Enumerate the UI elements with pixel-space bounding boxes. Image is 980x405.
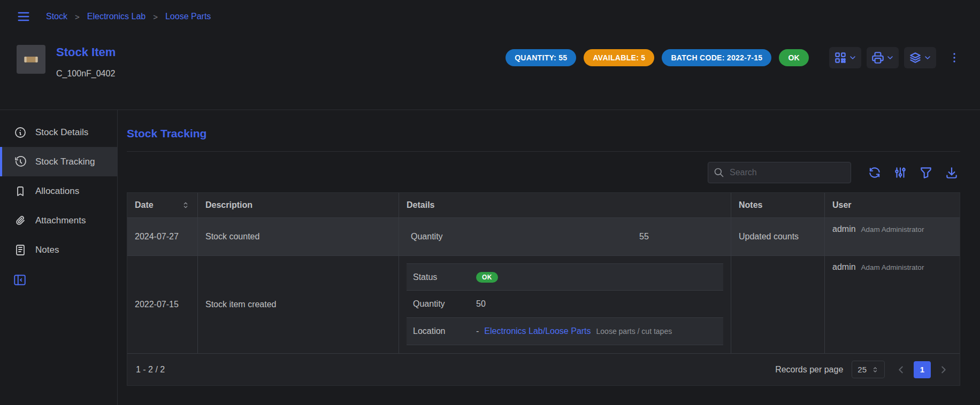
filter-button[interactable] xyxy=(917,164,935,181)
chevron-left-icon xyxy=(895,364,907,376)
breadcrumb-separator: > xyxy=(153,12,158,21)
sidebar-item-allocations[interactable]: Allocations xyxy=(0,176,117,206)
record-range-label: 1 - 2 / 2 xyxy=(136,365,165,375)
qrcode-icon xyxy=(833,51,847,65)
column-header-description[interactable]: Description xyxy=(197,193,399,217)
more-options-button[interactable] xyxy=(945,48,964,67)
breadcrumb-link-stock[interactable]: Stock xyxy=(46,12,67,21)
bookmark-icon xyxy=(14,185,27,198)
search-box xyxy=(708,162,851,183)
location-value: - Electronics Lab/Loose Parts Loose part… xyxy=(476,326,717,336)
user-cell: admin Adam Administrator xyxy=(824,256,960,353)
page-size-select[interactable]: 25 xyxy=(852,361,885,378)
stock-packages-icon xyxy=(908,51,922,65)
column-header-date[interactable]: Date xyxy=(127,193,197,217)
detail-key: Quantity xyxy=(413,299,476,309)
table-options-button[interactable] xyxy=(892,164,909,181)
chevron-down-icon xyxy=(848,53,857,62)
content: Stock Details Stock Tracking Allocations… xyxy=(0,110,980,405)
page-size-value: 25 xyxy=(858,365,867,374)
detail-row-quantity: Quantity 50 xyxy=(407,291,723,318)
sort-icon xyxy=(181,201,190,209)
column-header-label: Details xyxy=(407,200,434,210)
table-footer: 1 - 2 / 2 Records per page 25 xyxy=(127,353,960,385)
details-cell: Quantity 55 xyxy=(399,218,731,255)
breadcrumb-link-electronics-lab[interactable]: Electronics Lab xyxy=(87,12,146,21)
selector-icon xyxy=(871,366,879,373)
header-actions xyxy=(829,47,964,68)
refresh-button[interactable] xyxy=(866,164,883,181)
chevron-down-icon xyxy=(886,53,894,62)
stock-actions-button[interactable] xyxy=(904,47,936,68)
download-button[interactable] xyxy=(943,164,960,181)
column-header-label: Notes xyxy=(739,200,762,210)
column-header-label: Date xyxy=(135,200,154,210)
previous-page-button[interactable] xyxy=(893,362,908,377)
sidebar-item-label: Stock Tracking xyxy=(35,157,95,167)
status-ok-badge: OK xyxy=(779,49,809,66)
search-icon xyxy=(714,167,724,178)
table-row[interactable]: 2024-07-27 Stock counted Quantity 55 Upd… xyxy=(127,217,960,255)
header-left: Stock Item C_100nF_0402 xyxy=(17,45,116,79)
pagination: 1 xyxy=(893,361,951,378)
notes-cell: Updated counts xyxy=(731,218,824,255)
filter-icon xyxy=(919,166,933,180)
breadcrumb-link-loose-parts[interactable]: Loose Parts xyxy=(165,12,211,21)
sidebar-collapse-button[interactable] xyxy=(13,273,27,287)
sidebar-item-stock-tracking[interactable]: Stock Tracking xyxy=(0,147,117,176)
column-header-user[interactable]: User xyxy=(824,193,960,217)
printer-icon xyxy=(871,51,885,65)
chevron-right-icon xyxy=(938,364,950,376)
sidebar-collapse-icon xyxy=(13,273,27,287)
table-row[interactable]: 2022-07-15 Stock item created Status OK … xyxy=(127,255,960,353)
location-link[interactable]: Electronics Lab/Loose Parts xyxy=(484,326,591,336)
refresh-icon xyxy=(868,166,882,180)
paperclip-icon xyxy=(14,214,27,227)
batch-code-badge: BATCH CODE: 2022-7-15 xyxy=(662,49,771,66)
hamburger-menu-icon[interactable] xyxy=(16,9,31,24)
quantity-badge: QUANTITY: 55 xyxy=(506,49,576,66)
info-icon xyxy=(14,126,27,139)
adjustments-icon xyxy=(893,166,907,180)
capacitor-image xyxy=(20,49,42,70)
records-per-page-label: Records per page xyxy=(775,365,843,375)
details-cell: Status OK Quantity 50 Location - xyxy=(399,256,731,353)
date-cell: 2024-07-27 xyxy=(127,218,197,255)
part-thumbnail[interactable] xyxy=(17,45,45,74)
records-per-page-group: Records per page 25 xyxy=(775,361,885,378)
available-badge: AVAILABLE: 5 xyxy=(584,49,654,66)
sidebar-item-notes[interactable]: Notes xyxy=(0,235,117,264)
panel-heading: Stock Tracking xyxy=(127,127,960,140)
sidebar-item-label: Notes xyxy=(35,245,59,255)
top-bar: Stock > Electronics Lab > Loose Parts xyxy=(0,0,980,33)
user-full-name: Adam Administrator xyxy=(861,263,924,271)
next-page-button[interactable] xyxy=(936,362,951,377)
detail-value: 50 xyxy=(476,299,717,309)
sidebar-item-label: Stock Details xyxy=(35,127,88,138)
location-description: Loose parts / cut tapes xyxy=(596,327,672,336)
username: admin xyxy=(832,262,856,272)
page-1-button[interactable]: 1 xyxy=(914,361,931,378)
username: admin xyxy=(832,224,856,234)
chevron-down-icon xyxy=(923,53,932,62)
details-subtable: Status OK Quantity 50 Location - xyxy=(407,263,723,345)
description-cell: Stock counted xyxy=(197,218,399,255)
history-icon xyxy=(14,155,27,168)
user-cell: admin Adam Administrator xyxy=(824,218,960,255)
column-header-label: Description xyxy=(205,200,252,210)
notes-icon xyxy=(14,244,27,256)
table-header-row: Date Description Details Notes User xyxy=(127,193,960,217)
search-input[interactable] xyxy=(708,162,851,183)
detail-row-location: Location - Electronics Lab/Loose Parts L… xyxy=(407,318,723,345)
date-cell: 2022-07-15 xyxy=(127,256,197,353)
print-actions-button[interactable] xyxy=(867,47,899,68)
sidebar-item-stock-details[interactable]: Stock Details xyxy=(0,118,117,147)
barcode-actions-button[interactable] xyxy=(829,47,861,68)
stock-tracking-table: Date Description Details Notes User 2024… xyxy=(127,192,960,386)
sidebar-item-label: Attachments xyxy=(35,215,86,226)
column-header-details[interactable]: Details xyxy=(399,193,731,217)
download-icon xyxy=(945,166,959,180)
sidebar-item-attachments[interactable]: Attachments xyxy=(0,206,117,235)
column-header-notes[interactable]: Notes xyxy=(731,193,824,217)
column-header-label: User xyxy=(832,200,852,210)
